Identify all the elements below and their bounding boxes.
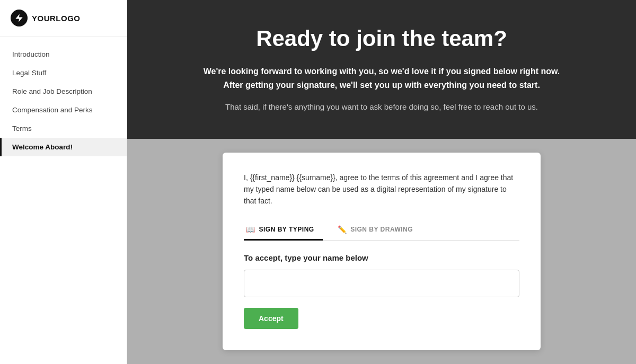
sidebar-item-legal-stuff[interactable]: Legal Stuff xyxy=(0,64,127,82)
signature-card: I, {{first_name}} {{surname}}, agree to … xyxy=(223,153,541,350)
tab-typing-label: SIGN BY TYPING xyxy=(259,226,314,233)
sidebar-item-introduction[interactable]: Introduction xyxy=(0,45,127,64)
signature-tabs: 📖 SIGN BY TYPING ✏️ SIGN BY DRAWING xyxy=(244,220,519,241)
hero-section: Ready to join the team? We're looking fo… xyxy=(127,0,636,139)
sidebar: YOURLOGO Introduction Legal Stuff Role a… xyxy=(0,0,127,364)
sidebar-item-compensation[interactable]: Compensation and Perks xyxy=(0,101,127,119)
hero-title: Ready to join the team? xyxy=(159,25,604,52)
hero-subtitle: We're looking forward to working with yo… xyxy=(159,65,604,92)
svg-marker-0 xyxy=(15,14,23,22)
sign-label: To accept, type your name below xyxy=(244,253,519,262)
logo-icon xyxy=(11,10,28,26)
logo-container: YOURLOGO xyxy=(0,0,127,37)
sidebar-nav: Introduction Legal Stuff Role and Job De… xyxy=(0,37,127,165)
logo-text: YOURLOGO xyxy=(32,14,81,23)
sidebar-item-welcome[interactable]: Welcome Aboard! xyxy=(0,138,127,156)
pen-icon: ✏️ xyxy=(338,225,347,234)
sidebar-item-role-job[interactable]: Role and Job Description xyxy=(0,82,127,101)
main-content: Ready to join the team? We're looking fo… xyxy=(127,0,636,364)
book-icon: 📖 xyxy=(246,225,255,234)
content-area: I, {{first_name}} {{surname}}, agree to … xyxy=(127,139,636,364)
hero-body: That said, if there's anything you want … xyxy=(159,101,604,113)
accept-button[interactable]: Accept xyxy=(244,308,298,329)
tab-drawing-label: SIGN BY DRAWING xyxy=(350,226,413,233)
tab-sign-typing[interactable]: 📖 SIGN BY TYPING xyxy=(244,220,323,241)
tab-sign-drawing[interactable]: ✏️ SIGN BY DRAWING xyxy=(335,220,421,241)
agreement-text: I, {{first_name}} {{surname}}, agree to … xyxy=(244,172,519,207)
signature-input[interactable] xyxy=(244,270,519,297)
sidebar-item-terms[interactable]: Terms xyxy=(0,119,127,138)
